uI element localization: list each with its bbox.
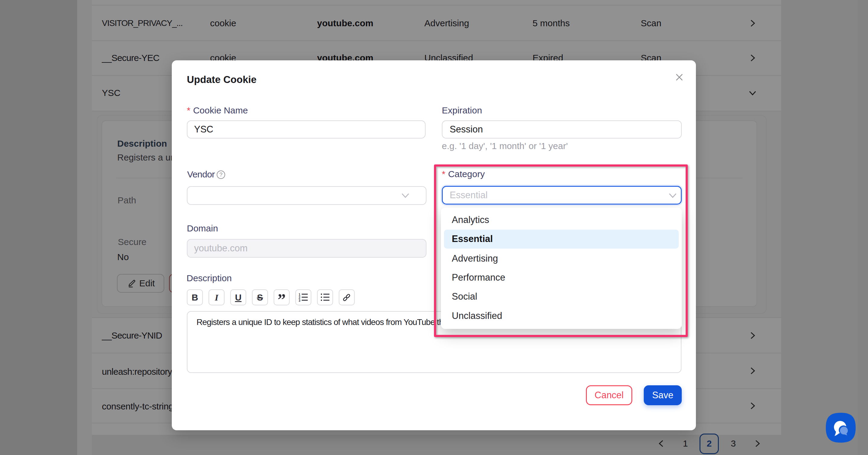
svg-text:3: 3 [299,299,301,302]
